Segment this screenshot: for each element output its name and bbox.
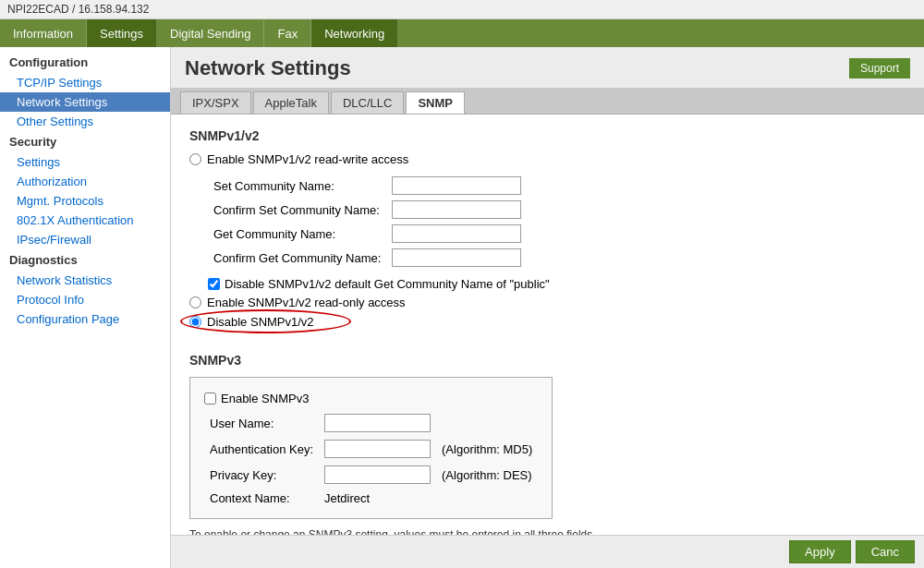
support-button[interactable]: Support bbox=[849, 58, 910, 79]
table-row: Set Community Name: bbox=[208, 174, 527, 198]
main-layout: Configuration TCP/IP Settings Network Se… bbox=[0, 47, 924, 568]
sidebar-item-authorization[interactable]: Authorization bbox=[0, 172, 170, 191]
field-label: Confirm Get Community Name: bbox=[208, 246, 386, 270]
snmpv3-privkey-input[interactable] bbox=[324, 465, 431, 484]
field-label: Set Community Name: bbox=[208, 174, 386, 198]
sidebar-item-ipsec[interactable]: IPsec/Firewall bbox=[0, 230, 170, 249]
disable-public-checkbox[interactable] bbox=[208, 278, 220, 290]
snmpv12-readonly-label: Enable SNMPv1/v2 read-only access bbox=[207, 296, 406, 309]
snmpv3-fields-table: User Name: Authentication Key: (Algorith… bbox=[204, 410, 538, 509]
subtab-snmp[interactable]: SNMP bbox=[406, 91, 465, 114]
snmpv3-username-input[interactable] bbox=[324, 414, 431, 432]
enable-snmpv3-label: Enable SNMPv3 bbox=[221, 392, 309, 405]
table-row: Confirm Get Community Name: bbox=[208, 246, 527, 270]
snmpv3-header: SNMPv3 bbox=[189, 353, 906, 368]
snmpv12-readwrite-radio[interactable] bbox=[189, 153, 201, 165]
title-bar: NPI22ECAD / 16.158.94.132 bbox=[0, 0, 924, 19]
disable-public-checkbox-row: Disable SNMPv1/v2 default Get Community … bbox=[208, 277, 906, 291]
snmpv12-disable-label: Disable SNMPv1/v2 bbox=[207, 315, 314, 329]
sidebar: Configuration TCP/IP Settings Network Se… bbox=[0, 47, 171, 568]
sub-tabs: IPX/SPX AppleTalk DLC/LLC SNMP bbox=[171, 88, 924, 115]
main-content: Network Settings Support IPX/SPX AppleTa… bbox=[171, 47, 924, 568]
snmpv12-section: SNMPv1/v2 Enable SNMPv1/v2 read-write ac… bbox=[189, 128, 906, 334]
set-community-name-input[interactable] bbox=[392, 176, 521, 195]
page-title: Network Settings bbox=[185, 56, 351, 80]
subtab-ipxspx[interactable]: IPX/SPX bbox=[180, 91, 251, 114]
field-label: Get Community Name: bbox=[208, 222, 386, 246]
field-suffix: (Algorithm: MD5) bbox=[436, 436, 538, 462]
snmpv12-disable-radio[interactable] bbox=[189, 316, 201, 328]
table-row: User Name: bbox=[204, 410, 538, 436]
snmpv12-readwrite-label: Enable SNMPv1/v2 read-write access bbox=[207, 152, 408, 166]
confirm-set-community-name-input[interactable] bbox=[392, 200, 521, 219]
field-suffix bbox=[436, 410, 538, 436]
field-label: Confirm Set Community Name: bbox=[208, 198, 386, 222]
title-bar-text: NPI22ECAD / 16.158.94.132 bbox=[7, 3, 149, 16]
table-row: Privacy Key: (Algorithm: DES) bbox=[204, 462, 538, 488]
sidebar-item-configuration-page[interactable]: Configuration Page bbox=[0, 309, 170, 329]
snmpv12-readonly-row: Enable SNMPv1/v2 read-only access bbox=[189, 296, 906, 309]
tab-settings[interactable]: Settings bbox=[87, 19, 157, 47]
apply-button[interactable]: Apply bbox=[789, 540, 851, 563]
sidebar-item-802-auth[interactable]: 802.1X Authentication bbox=[0, 211, 170, 230]
snmpv12-readonly-radio[interactable] bbox=[189, 296, 201, 308]
snmpv3-box: Enable SNMPv3 User Name: Authentication … bbox=[189, 377, 553, 519]
tab-fax[interactable]: Fax bbox=[264, 19, 311, 47]
cancel-button[interactable]: Canc bbox=[856, 540, 915, 563]
snmpv12-readwrite-row: Enable SNMPv1/v2 read-write access bbox=[189, 152, 906, 166]
sidebar-header-configuration: Configuration bbox=[0, 52, 170, 73]
disable-public-label: Disable SNMPv1/v2 default Get Community … bbox=[225, 277, 550, 291]
sidebar-header-diagnostics: Diagnostics bbox=[0, 249, 170, 271]
table-row: Authentication Key: (Algorithm: MD5) bbox=[204, 436, 538, 462]
table-row: Context Name: Jetdirect bbox=[204, 488, 538, 509]
snmpv12-fields-table: Set Community Name: Confirm Set Communit… bbox=[208, 174, 527, 270]
snmpv3-authkey-input[interactable] bbox=[324, 440, 431, 458]
tab-networking[interactable]: Networking bbox=[311, 19, 398, 47]
sidebar-header-security: Security bbox=[0, 131, 170, 152]
field-label: Privacy Key: bbox=[204, 462, 319, 488]
page-header: Network Settings Support bbox=[171, 47, 924, 88]
snmpv12-header: SNMPv1/v2 bbox=[189, 128, 906, 143]
sidebar-item-settings[interactable]: Settings bbox=[0, 152, 170, 172]
bottom-bar: Apply Canc bbox=[171, 535, 924, 568]
snmpv3-section: SNMPv3 Enable SNMPv3 User Name: Au bbox=[189, 353, 906, 541]
tab-digital-sending[interactable]: Digital Sending bbox=[157, 19, 264, 47]
content-area: SNMPv1/v2 Enable SNMPv1/v2 read-write ac… bbox=[171, 115, 924, 568]
confirm-get-community-name-input[interactable] bbox=[392, 248, 521, 267]
table-row: Confirm Set Community Name: bbox=[208, 198, 527, 222]
field-label: User Name: bbox=[204, 410, 319, 436]
get-community-name-input[interactable] bbox=[392, 224, 521, 243]
context-name-value: Jetdirect bbox=[319, 488, 538, 509]
field-label: Authentication Key: bbox=[204, 436, 319, 462]
field-suffix: (Algorithm: DES) bbox=[436, 462, 538, 488]
sidebar-item-network-statistics[interactable]: Network Statistics bbox=[0, 271, 170, 290]
field-label: Context Name: bbox=[204, 488, 319, 509]
table-row: Get Community Name: bbox=[208, 222, 527, 246]
tab-information[interactable]: Information bbox=[0, 19, 87, 47]
enable-snmpv3-row: Enable SNMPv3 bbox=[204, 392, 538, 405]
sidebar-item-mgmt-protocols[interactable]: Mgmt. Protocols bbox=[0, 191, 170, 211]
sidebar-item-network-settings[interactable]: Network Settings bbox=[0, 92, 170, 112]
subtab-appletalk[interactable]: AppleTalk bbox=[253, 91, 329, 114]
subtab-dlcllc[interactable]: DLC/LLC bbox=[331, 91, 404, 114]
sidebar-item-tcpip[interactable]: TCP/IP Settings bbox=[0, 73, 170, 92]
top-nav: Information Settings Digital Sending Fax… bbox=[0, 19, 924, 47]
snmpv12-disable-row: Disable SNMPv1/v2 bbox=[189, 315, 314, 329]
sidebar-item-protocol-info[interactable]: Protocol Info bbox=[0, 290, 170, 309]
enable-snmpv3-checkbox[interactable] bbox=[204, 393, 216, 405]
sidebar-item-other-settings[interactable]: Other Settings bbox=[0, 112, 170, 131]
